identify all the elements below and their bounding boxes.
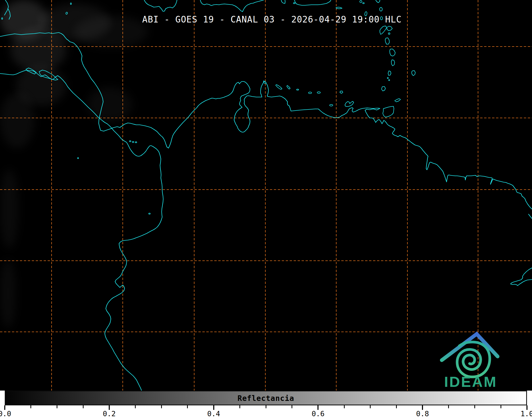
colorbar-minor-tick [370,405,371,408]
colorbar-minor-tick [57,405,57,408]
logo-text: IDEAM [444,373,497,390]
colorbar-tick-label: 0.4 [207,410,220,417]
colorbar-major-tick [4,405,5,410]
colorbar-major-tick [526,405,528,410]
colorbar-area: Reflectancia 0.00.20.40.60.81.0 [0,391,532,417]
colorbar-minor-tick [448,405,449,408]
colorbar-tick-label: 1.0 [521,410,532,417]
colorbar-major-tick [317,405,319,410]
satellite-map: ABI - GOES 19 - CANAL 03 - 2026-04-29 19… [0,0,532,391]
colorbar-major-tick [422,405,423,410]
colorbar-major-tick [213,405,214,410]
colorbar-minor-tick [135,405,136,408]
colorbar-tick-label: 0.6 [312,410,325,417]
colorbar-gradient: Reflectancia [5,391,527,405]
colorbar-minor-tick [83,405,84,408]
colorbar-minor-tick [292,405,292,408]
colorbar-minor-tick [266,405,266,408]
colorbar-minor-tick [187,405,188,408]
satellite-figure: ABI - GOES 19 - CANAL 03 - 2026-04-29 19… [0,0,532,417]
colorbar-minor-tick [30,405,31,408]
colorbar-minor-tick [501,405,501,408]
colorbar-minor-tick [161,405,162,408]
colorbar-minor-tick [474,405,475,408]
ideam-logo: IDEAM [0,0,532,391]
colorbar-minor-tick [344,405,345,408]
colorbar-title: Reflectancia [6,391,526,406]
colorbar-minor-tick [396,405,397,408]
colorbar-tick-label: 0.2 [103,410,116,417]
colorbar-minor-tick [239,405,240,408]
colorbar-major-tick [109,405,110,410]
colorbar-tick-label: 0.0 [0,410,11,417]
colorbar-tick-label: 0.8 [416,410,429,417]
